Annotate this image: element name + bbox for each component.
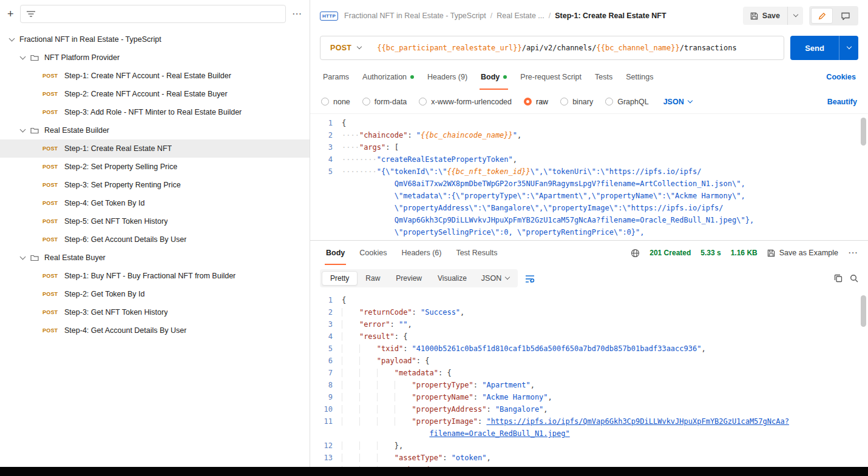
request-item[interactable]: POSTStep-4: Get Token By Id <box>0 194 310 212</box>
code-line: 2 "returnCode": "Success", <box>310 306 868 318</box>
add-new-button[interactable]: + <box>7 8 14 19</box>
request-item[interactable]: POSTStep-2: Get Token By Id <box>0 285 310 303</box>
tab-pre-request-script[interactable]: Pre-request Script <box>514 64 588 90</box>
request-method-label: POST <box>42 236 59 243</box>
breadcrumb-item[interactable]: Real Estate ... <box>497 12 544 20</box>
save-dropdown-button[interactable] <box>787 7 803 25</box>
body-type-radio-x-www-form-urlencoded[interactable]: x-www-form-urlencoded <box>419 98 512 106</box>
tab-headers-9-[interactable]: Headers (9) <box>421 64 474 90</box>
tab-tests[interactable]: Tests <box>588 64 619 90</box>
edit-button[interactable] <box>811 8 833 24</box>
code-line: 1{ <box>310 294 868 306</box>
request-item[interactable]: POSTStep-3: Set Property Renting Price <box>0 176 310 194</box>
response-tab-cookies[interactable]: Cookies <box>353 241 393 265</box>
url-input[interactable]: {{bc_participant_realestate_url}}/api/v2… <box>371 44 736 52</box>
search-response-button[interactable] <box>850 274 858 283</box>
request-label: Step-6: Get Account Details By User <box>64 235 186 244</box>
chevron-down-icon[interactable] <box>20 126 26 132</box>
request-item[interactable]: POSTStep-1: Create NFT Account - Real Es… <box>0 67 310 85</box>
breadcrumb-item[interactable]: Fractional NFT in Real Estate - TypeScri… <box>344 12 486 20</box>
response-tab-test-results[interactable]: Test Results <box>450 241 503 265</box>
code-token: , <box>517 131 521 139</box>
sidebar-more-options-button[interactable]: ⋯ <box>292 9 302 19</box>
view-tab-visualize[interactable]: Visualize <box>430 272 475 285</box>
request-item[interactable]: POSTStep-2: Create NFT Account - Real Es… <box>0 85 310 103</box>
body-type-radio-GraphQL[interactable]: GraphQL <box>605 98 648 106</box>
body-type-radio-form-data[interactable]: form-data <box>362 98 407 106</box>
request-item[interactable]: POSTStep-4: Get Account Details By User <box>0 321 310 340</box>
view-tab-pretty[interactable]: Pretty <box>322 271 358 286</box>
request-method-label: POST <box>42 309 59 315</box>
tab-authorization[interactable]: Authorization <box>356 64 421 90</box>
response-tab-body[interactable]: Body <box>320 241 351 265</box>
chevron-down-icon[interactable] <box>20 253 26 260</box>
radio-label: raw <box>536 98 548 106</box>
collection-item[interactable]: Fractional NFT in Real Estate - TypeScri… <box>0 30 310 49</box>
response-more-options-button[interactable]: ⋯ <box>848 248 858 258</box>
response-tab-headers-6-[interactable]: Headers (6) <box>395 241 447 265</box>
code-token: ···· <box>342 143 359 152</box>
send-button[interactable]: Send <box>790 36 839 60</box>
view-tab-raw[interactable]: Raw <box>358 272 388 285</box>
chevron-down-icon[interactable] <box>9 35 15 41</box>
request-item[interactable]: POSTStep-3: Add Role - NFT Minter to Rea… <box>0 103 310 121</box>
wrap-text-button[interactable] <box>525 275 535 283</box>
request-tabs: ParamsAuthorizationHeaders (9)BodyPre-re… <box>310 64 868 90</box>
body-language-select[interactable]: JSON <box>663 98 692 106</box>
request-body-editor[interactable]: 1{2····"chaincode": "{{bc_chaincode_name… <box>310 114 868 240</box>
save-icon <box>750 12 758 20</box>
request-item[interactable]: POSTStep-3: Get NFT Token History <box>0 303 310 321</box>
tab-label: Settings <box>626 73 653 81</box>
code-line: QmV68aiT7xw2WX8pmDbeTWpGP2or35NUFan9Ragy… <box>310 178 868 190</box>
line-content: "assetType": "otoken", <box>342 452 491 464</box>
line-number: 13 <box>310 452 342 464</box>
folder-label: Real Estate Buyer <box>44 253 106 262</box>
tab-params[interactable]: Params <box>316 64 356 90</box>
comment-button[interactable] <box>835 8 856 24</box>
search-icon <box>850 274 858 283</box>
response-body-editor[interactable]: 1{2 "returnCode": "Success",3 "error": "… <box>310 292 868 467</box>
code-token: "args" <box>359 143 385 152</box>
line-content: { <box>342 117 346 129</box>
request-label: Step-4: Get Account Details By User <box>64 326 186 335</box>
beautify-link[interactable]: Beautify <box>827 98 857 106</box>
send-dropdown-button[interactable] <box>839 36 858 60</box>
request-item[interactable]: POSTStep-1: Create Real Estate NFT <box>0 139 310 158</box>
request-item[interactable]: POSTStep-2: Set Property Selling Price <box>0 158 310 176</box>
tab-settings[interactable]: Settings <box>619 64 660 90</box>
folder-item[interactable]: NFT Platform Provider <box>0 49 310 67</box>
code-token: " <box>513 131 517 139</box>
body-type-radio-none[interactable]: none <box>321 98 350 106</box>
code-line: filename=Oracle_RedBull_N1.jpeg" <box>310 427 868 440</box>
line-content: "txid": "41000b5261c0ba5f1d810caf1b5d6a5… <box>342 343 706 355</box>
view-tab-preview[interactable]: Preview <box>388 272 430 285</box>
body-type-radio-binary[interactable]: binary <box>560 98 593 106</box>
cookies-link[interactable]: Cookies <box>826 73 856 81</box>
request-editor-scrollbar[interactable] <box>861 118 866 146</box>
method-select[interactable]: POST <box>320 36 371 59</box>
code-token: , <box>531 381 535 389</box>
line-content: ····"chaincode": "{{bc_chaincode_name}}"… <box>342 129 521 141</box>
request-item[interactable]: POSTStep-5: Get NFT Token History <box>0 212 310 230</box>
request-label: Step-4: Get Token By Id <box>64 199 144 207</box>
folder-item[interactable]: Real Estate Builder <box>0 121 310 139</box>
save-as-example-button[interactable]: Save as Example <box>767 249 838 257</box>
request-item[interactable]: POSTStep-1: Buy NFT - Buy Fractional NFT… <box>0 267 310 285</box>
line-content: ········"createRealEstatePropertyToken", <box>342 153 517 166</box>
sidebar-search-input[interactable] <box>20 5 286 23</box>
code-token: , <box>486 454 490 462</box>
line-number: 12 <box>310 440 342 452</box>
folder-item[interactable]: Real Estate Buyer <box>0 249 310 267</box>
copy-response-button[interactable] <box>834 274 843 283</box>
code-token: {{bc_chaincode_name}} <box>421 131 513 139</box>
response-editor-scrollbar[interactable] <box>861 295 866 327</box>
breadcrumb-item[interactable]: Step-1: Create Real Estate NFT <box>555 12 666 20</box>
chevron-down-icon[interactable] <box>20 53 26 59</box>
response-language-select[interactable]: JSON <box>475 272 516 285</box>
save-button[interactable]: Save <box>743 7 787 25</box>
request-item[interactable]: POSTStep-6: Get Account Details By User <box>0 230 310 249</box>
line-content: "propertyType": "Apartment", <box>342 379 535 391</box>
tab-body[interactable]: Body <box>474 64 514 90</box>
folder-label: Real Estate Builder <box>44 126 109 135</box>
body-type-radio-raw[interactable]: raw <box>524 98 548 106</box>
